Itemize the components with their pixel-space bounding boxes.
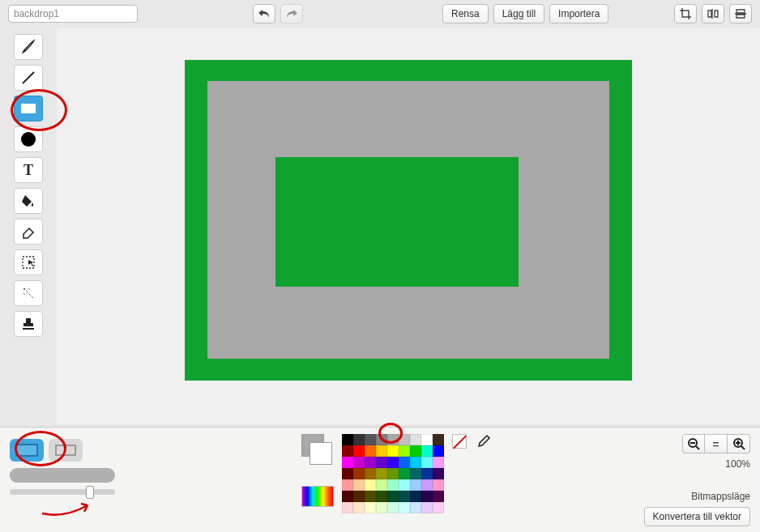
zoom-reset-button[interactable]: = — [705, 434, 728, 453]
color-swatch[interactable] — [410, 445, 421, 457]
fill-solid-button[interactable] — [10, 439, 44, 462]
color-swatch[interactable] — [433, 445, 444, 457]
color-swatch[interactable] — [342, 445, 353, 457]
color-swatch[interactable] — [410, 502, 421, 513]
color-swatch[interactable] — [342, 479, 353, 491]
color-swatch[interactable] — [353, 457, 365, 468]
eraser-tool[interactable] — [14, 219, 43, 245]
color-swatch[interactable] — [421, 468, 433, 479]
color-swatch[interactable] — [376, 457, 387, 468]
canvas-area[interactable] — [57, 28, 760, 424]
flip-horizontal-icon[interactable] — [702, 4, 724, 23]
color-swatch[interactable] — [421, 457, 433, 468]
color-swatch[interactable] — [342, 457, 353, 468]
opacity-slider[interactable] — [10, 489, 115, 495]
color-picker-icon[interactable] — [301, 486, 334, 507]
color-swatch[interactable] — [353, 491, 365, 502]
color-swatch[interactable] — [399, 457, 410, 468]
color-swatch[interactable] — [342, 502, 353, 513]
color-swatch[interactable] — [342, 434, 353, 445]
primary-color[interactable] — [310, 442, 332, 465]
color-swatch[interactable] — [433, 502, 444, 513]
color-swatch[interactable] — [387, 468, 399, 479]
color-swatch[interactable] — [387, 491, 399, 502]
convert-vector-button[interactable]: Konvertera till vektor — [644, 507, 750, 526]
color-swatch[interactable] — [342, 468, 353, 479]
color-swatch[interactable] — [399, 479, 410, 491]
rectangle-tool[interactable] — [14, 96, 43, 121]
color-swatch[interactable] — [421, 502, 433, 513]
add-button[interactable]: Lägg till — [493, 4, 544, 23]
color-swatch[interactable] — [399, 491, 410, 502]
select-tool[interactable] — [14, 249, 43, 275]
color-swatch[interactable] — [399, 468, 410, 479]
ellipse-tool[interactable] — [14, 126, 43, 152]
color-swatch[interactable] — [353, 502, 365, 513]
color-swatch[interactable] — [387, 479, 399, 491]
import-button[interactable]: Importera — [549, 4, 608, 23]
color-swatch[interactable] — [376, 445, 387, 457]
color-swatch[interactable] — [433, 479, 444, 491]
color-swatch[interactable] — [433, 491, 444, 502]
undo-button[interactable] — [253, 4, 275, 23]
wand-tool[interactable] — [14, 280, 43, 306]
color-swatch[interactable] — [365, 434, 376, 445]
fill-outline-button[interactable] — [49, 439, 83, 462]
color-swatch[interactable] — [399, 434, 410, 445]
color-swatch[interactable] — [353, 445, 365, 457]
zoom-out-button[interactable] — [682, 434, 705, 453]
color-swatch[interactable] — [387, 445, 399, 457]
color-swatch[interactable] — [410, 434, 421, 445]
main-area: T — [0, 28, 760, 424]
color-swatch[interactable] — [433, 434, 444, 445]
slider-handle[interactable] — [86, 486, 94, 499]
color-swatch[interactable] — [365, 479, 376, 491]
color-swatch[interactable] — [365, 445, 376, 457]
color-swatch[interactable] — [376, 434, 387, 445]
eyedropper-icon[interactable] — [475, 434, 491, 450]
no-fill-swatch[interactable] — [452, 434, 467, 449]
brush-tool[interactable] — [14, 34, 43, 60]
bottom-panel: = 100% Bitmappsläge Konvertera till vekt… — [0, 427, 760, 532]
color-swatch[interactable] — [353, 468, 365, 479]
color-swatch[interactable] — [410, 479, 421, 491]
color-swatch[interactable] — [342, 491, 353, 502]
color-swatch[interactable] — [410, 491, 421, 502]
flip-vertical-icon[interactable] — [729, 4, 752, 23]
redo-button[interactable] — [280, 4, 303, 23]
color-swatch[interactable] — [399, 502, 410, 513]
clear-button[interactable]: Rensa — [442, 4, 489, 23]
color-swatch[interactable] — [387, 434, 399, 445]
color-swatch[interactable] — [421, 479, 433, 491]
color-swatch[interactable] — [353, 434, 365, 445]
costume-name-input[interactable] — [8, 5, 138, 23]
canvas[interactable] — [185, 60, 632, 381]
color-swatch[interactable] — [433, 468, 444, 479]
color-swatch[interactable] — [421, 445, 433, 457]
color-swatch[interactable] — [376, 502, 387, 513]
color-swatch[interactable] — [410, 468, 421, 479]
line-width-slider[interactable] — [10, 468, 115, 483]
color-swatch[interactable] — [387, 502, 399, 513]
color-swatch[interactable] — [421, 491, 433, 502]
zoom-in-button[interactable] — [728, 434, 750, 453]
color-swatch[interactable] — [365, 491, 376, 502]
line-tool[interactable] — [14, 65, 43, 91]
color-swatch[interactable] — [365, 502, 376, 513]
text-tool[interactable]: T — [14, 157, 43, 183]
fill-tool[interactable] — [14, 188, 43, 214]
color-swatch[interactable] — [376, 468, 387, 479]
color-swatch[interactable] — [433, 457, 444, 468]
color-swatch[interactable] — [399, 445, 410, 457]
color-swatch[interactable] — [387, 457, 399, 468]
fill-options — [10, 434, 139, 526]
color-swatch[interactable] — [365, 468, 376, 479]
crop-icon[interactable] — [674, 4, 697, 23]
color-swatch[interactable] — [410, 457, 421, 468]
color-swatch[interactable] — [353, 479, 365, 491]
color-swatch[interactable] — [376, 491, 387, 502]
color-swatch[interactable] — [376, 479, 387, 491]
color-swatch[interactable] — [421, 434, 433, 445]
stamp-tool[interactable] — [14, 311, 43, 337]
color-swatch[interactable] — [365, 457, 376, 468]
